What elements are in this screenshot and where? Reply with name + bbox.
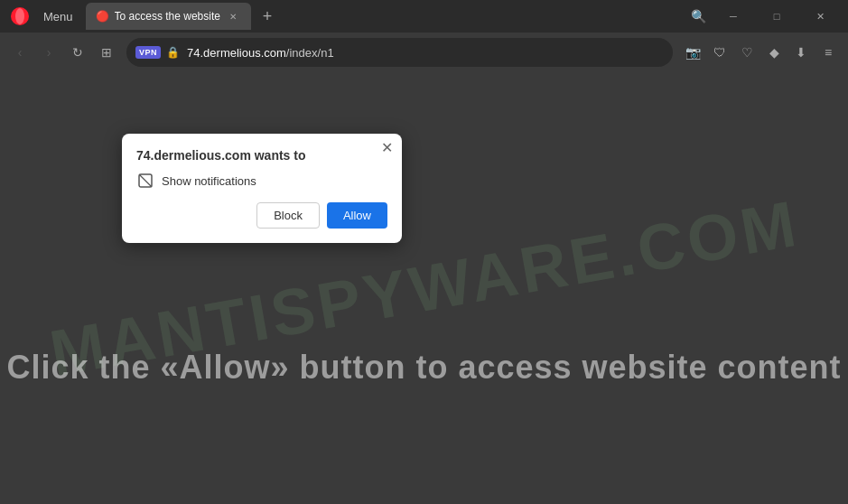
tab-favicon: 🔴 <box>97 10 109 23</box>
popup-close-button[interactable]: ✕ <box>381 141 393 155</box>
browser-frame: Menu 🔴 To access the website ✕ + 🔍 ─ □ ✕… <box>0 0 848 504</box>
vpn-badge: VPN <box>135 46 161 59</box>
tab-close-button[interactable]: ✕ <box>226 9 240 23</box>
address-text: 74.dermelious.com/index/n1 <box>187 46 334 60</box>
tabs-container: 🔴 To access the website ✕ + <box>86 0 682 33</box>
menu-button[interactable]: Menu <box>38 8 79 25</box>
maximize-button[interactable]: □ <box>756 4 797 29</box>
bookmark-icon[interactable]: ♡ <box>734 40 759 65</box>
search-icon[interactable]: 🔍 <box>685 4 711 29</box>
tabs-overview-button[interactable]: ⊞ <box>94 40 119 65</box>
address-domain: 74.dermelious.com <box>187 46 286 60</box>
active-tab[interactable]: 🔴 To access the website ✕ <box>86 3 251 30</box>
lock-icon: 🔒 <box>166 46 180 59</box>
wallet-icon[interactable]: ◆ <box>761 40 787 65</box>
main-page-text: Click the «Allow» button to access websi… <box>6 349 841 387</box>
popup-title: 74.dermelious.com wants to <box>136 148 387 163</box>
browser-menu-icon[interactable]: ≡ <box>815 40 841 65</box>
address-path: /index/n1 <box>286 46 334 60</box>
close-button[interactable]: ✕ <box>799 4 841 29</box>
download-icon[interactable]: ⬇ <box>788 40 814 65</box>
menu-label: Menu <box>43 10 73 23</box>
opera-logo <box>7 4 33 29</box>
toolbar: ‹ › ↻ ⊞ VPN 🔒 74.dermelious.com/index/n1… <box>0 33 848 72</box>
new-tab-button[interactable]: + <box>255 4 280 29</box>
svg-point-1 <box>15 8 24 24</box>
address-bar[interactable]: VPN 🔒 74.dermelious.com/index/n1 <box>126 38 673 67</box>
toolbar-right: 📷 🛡 ♡ ◆ ⬇ ≡ <box>680 40 841 65</box>
block-button[interactable]: Block <box>256 202 320 229</box>
minimize-button[interactable]: ─ <box>713 4 754 29</box>
popup-permission-row: Show notifications <box>136 172 387 190</box>
tab-title: To access the website <box>115 10 220 23</box>
notification-icon <box>136 172 154 190</box>
back-button[interactable]: ‹ <box>7 40 33 65</box>
forward-button[interactable]: › <box>36 40 61 65</box>
popup-buttons: Block Allow <box>136 202 387 229</box>
permission-label: Show notifications <box>162 174 256 188</box>
camera-icon[interactable]: 📷 <box>680 40 705 65</box>
page-content: MANTISPYWARE.COM Click the «Allow» butto… <box>0 72 848 504</box>
allow-button[interactable]: Allow <box>327 202 387 229</box>
window-controls: 🔍 ─ □ ✕ <box>685 4 841 29</box>
notification-popup: ✕ 74.dermelious.com wants to Show notifi… <box>122 134 402 243</box>
refresh-button[interactable]: ↻ <box>65 40 90 65</box>
shield-icon[interactable]: 🛡 <box>707 40 732 65</box>
title-bar: Menu 🔴 To access the website ✕ + 🔍 ─ □ ✕ <box>0 0 848 33</box>
